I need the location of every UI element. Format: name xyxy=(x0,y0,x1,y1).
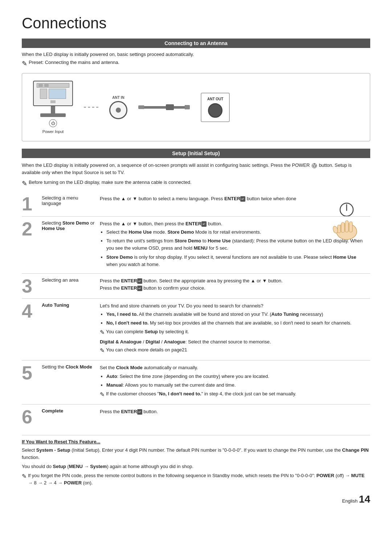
step-content-4: Let's find and store channels on your TV… xyxy=(100,298,370,360)
step-label-4: Auto Tuning xyxy=(42,298,100,360)
enter-icon-3b: ↵ xyxy=(137,286,142,291)
antenna-diagram: ⏻ Power Input ANT IN ANT OUT xyxy=(22,73,370,141)
step-row-1: 1 Selecting a menu language Press the ▲ … xyxy=(22,192,370,217)
dashed-connector xyxy=(84,107,98,108)
step-4-note2: ✎ You can check more details on page21 xyxy=(100,346,367,355)
step-2-bullets: Select the Home Use mode. Store Demo Mod… xyxy=(106,229,367,268)
antenna-intro: When the LED display is initially powere… xyxy=(22,52,370,57)
ant-in-label: ANT IN xyxy=(112,96,124,100)
tv-body xyxy=(33,81,73,106)
step-label-6: Complete xyxy=(42,404,100,429)
step-number-4: 4 xyxy=(22,298,42,360)
step-5-bullets: Auto: Select the time zone (depending on… xyxy=(106,373,367,389)
setup-intro: When the LED display is initially powere… xyxy=(22,162,370,176)
reset-title: If You Want to Reset This Feature... xyxy=(22,439,370,444)
step-content-5: Set the Clock Mode automatically or manu… xyxy=(100,360,370,404)
step-5-note: ✎ If the customer chooses "No, I don't n… xyxy=(100,390,367,399)
tv-illustration: ⏻ Power Input xyxy=(33,81,73,134)
note-icon: ✎ xyxy=(22,59,27,69)
power-symbol: ⏻ xyxy=(312,163,317,168)
step-4-bullets: Yes, I need to. All the channels availab… xyxy=(106,311,367,327)
step-row-6: 6 Complete Press the ENTER↵ button. xyxy=(22,404,370,429)
power-input-label: Power Input xyxy=(42,129,64,134)
step-number-2: 2 xyxy=(22,217,42,274)
step-row-5: 5 Setting the Clock Mode Set the Clock M… xyxy=(22,360,370,404)
enter-icon-3: ↵ xyxy=(137,278,142,284)
step-content-6: Press the ENTER↵ button. xyxy=(100,404,370,429)
steps-container: 1 Selecting a menu language Press the ▲ … xyxy=(22,192,370,429)
antenna-note: ✎ Preset: Connecting the mains and anten… xyxy=(22,59,370,69)
ant-out-label: ANT OUT xyxy=(207,97,223,101)
step-4-extra: Digital & Analogue / Digital / Analogue:… xyxy=(100,338,367,346)
ant-in-circle xyxy=(109,101,127,119)
ant-in-box: ANT IN xyxy=(109,96,127,119)
enter-icon-2: ↵ xyxy=(201,221,207,227)
step-content-1: Press the ▲ or ▼ button to select a menu… xyxy=(100,192,370,217)
setup-section: Setup (Initial Setup) When the LED displ… xyxy=(22,149,370,429)
enter-icon-6: ↵ xyxy=(137,409,142,415)
note-symbol-5: ✎ xyxy=(100,390,105,399)
page-number: 14 xyxy=(359,493,370,505)
enter-icon-1: ↵ xyxy=(240,196,245,202)
language-label: English xyxy=(342,498,358,504)
reset-para1: Select System - Setup (Initial Setup). E… xyxy=(22,447,370,461)
ant-out-circle xyxy=(208,103,222,118)
step-row-4: 4 Auto Tuning Let's find and store chann… xyxy=(22,298,370,360)
step-number-1: 1 xyxy=(22,192,42,217)
step-label-5: Setting the Clock Mode xyxy=(42,360,100,404)
tv-stand-base xyxy=(40,113,66,117)
ant-out-box: ANT OUT xyxy=(201,93,230,122)
step-number-5: 5 xyxy=(22,360,42,404)
cable-assembly xyxy=(138,104,190,110)
step-label-2: Selecting Store Demo or Home Use xyxy=(42,217,100,274)
antenna-section-header: Connecting to an Antenna xyxy=(22,39,370,48)
power-icon: ⏻ xyxy=(49,119,57,127)
tv-stand-neck xyxy=(51,106,55,113)
reset-para2: You should do Setup (MENU → System) agai… xyxy=(22,463,370,470)
step-row-2: 2 Selecting Store Demo or Home Use Press… xyxy=(22,217,370,274)
page-title: Connections xyxy=(22,15,370,32)
antenna-section: Connecting to an Antenna When the LED di… xyxy=(22,39,370,141)
step-label-3: Selecting an area xyxy=(42,273,100,298)
reset-section: If You Want to Reset This Feature... Sel… xyxy=(22,435,370,486)
ant-in-inner xyxy=(116,108,121,113)
setup-note: ✎ Before turning on the LED display, mak… xyxy=(22,179,370,189)
step-number-3: 3 xyxy=(22,273,42,298)
note-symbol-4b: ✎ xyxy=(100,346,105,355)
page-number-area: English 14 xyxy=(22,493,370,505)
setup-section-header: Setup (Initial Setup) xyxy=(22,149,370,158)
note-symbol-4: ✎ xyxy=(100,328,105,337)
step-content-2: Press the ▲ or ▼ button, then press the … xyxy=(100,217,370,274)
step-content-3: Press the ENTER↵ button. Select the appr… xyxy=(100,273,370,298)
reset-note: ✎ If you forget the PIN code, press the … xyxy=(22,472,370,486)
step-4-note1: ✎ You can complete Setup by selecting it… xyxy=(100,328,367,337)
steps-table: 1 Selecting a menu language Press the ▲ … xyxy=(22,192,370,429)
step-row-3: 3 Selecting an area Press the ENTER↵ but… xyxy=(22,273,370,298)
step-number-6: 6 xyxy=(22,404,42,429)
step-label-1: Selecting a menu language xyxy=(42,192,100,217)
note-icon-2: ✎ xyxy=(22,179,27,189)
note-symbol-reset: ✎ xyxy=(22,472,26,481)
